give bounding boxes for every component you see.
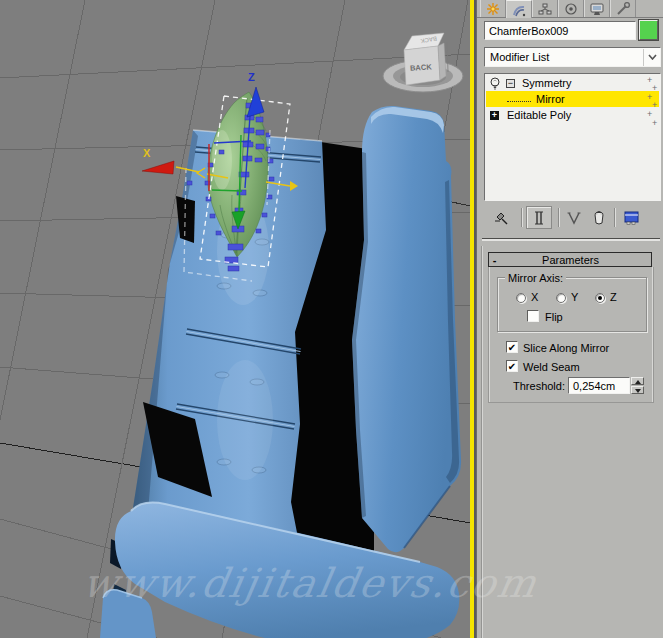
viewport-3d[interactable]: X Z BACK BACK <box>0 0 471 638</box>
slice-along-mirror-label[interactable]: Slice Along Mirror <box>523 342 609 354</box>
mirror-axis-group: Mirror Axis: X Y Z Flip <box>497 277 647 332</box>
hierarchy-icon <box>537 2 553 16</box>
rollout-title: Parameters <box>500 254 651 266</box>
weld-seam-checkbox[interactable]: ✔ <box>506 360 518 372</box>
parameters-rollout-header[interactable]: - Parameters <box>488 252 652 267</box>
pin-stack-button[interactable] <box>489 206 513 229</box>
expand-box-icon[interactable]: + <box>490 111 499 120</box>
pin-stack-icon <box>492 209 510 227</box>
radio-axis-y[interactable] <box>556 293 566 303</box>
stack-tree-line <box>507 101 531 102</box>
flip-checkbox[interactable] <box>527 310 539 322</box>
threshold-label: Threshold: <box>509 380 565 392</box>
tab-motion[interactable] <box>558 0 584 17</box>
utilities-icon <box>615 2 631 16</box>
rollout-collapse-icon[interactable]: - <box>489 254 500 266</box>
rollout-scroll-track[interactable] <box>481 246 482 638</box>
weld-seam-label[interactable]: Weld Seam <box>523 361 580 373</box>
make-unique-button[interactable] <box>563 206 585 229</box>
display-icon <box>589 2 605 16</box>
cushion-sheen <box>217 360 273 480</box>
max-window: X Z BACK BACK <box>0 0 663 638</box>
gizmo-z-label: Z <box>248 71 255 83</box>
tab-utilities[interactable] <box>610 0 636 17</box>
tab-create[interactable] <box>480 0 506 17</box>
collapse-box-icon[interactable]: − <box>506 79 515 88</box>
configure-modifier-sets-button[interactable] <box>620 206 644 229</box>
command-panel-tabs <box>477 0 663 18</box>
gizmo-x-label: X <box>143 147 151 159</box>
stack-item-label[interactable]: Symmetry <box>519 77 572 89</box>
lightbulb-icon[interactable] <box>489 77 501 90</box>
modifier-list-dropdown[interactable]: Modifier List <box>484 47 661 67</box>
tab-display[interactable] <box>584 0 610 17</box>
stack-grip-mark: + <box>652 101 657 110</box>
toolbar-separator <box>614 208 615 227</box>
radio-axis-x-label[interactable]: X <box>531 291 538 303</box>
create-icon <box>485 2 501 16</box>
stack-item-mirror[interactable]: Mirror <box>486 91 659 107</box>
toolbar-separator <box>521 208 522 227</box>
mirror-axis-label: Mirror Axis: <box>505 272 566 284</box>
tab-modify[interactable] <box>506 0 532 18</box>
viewcube-back-label[interactable]: BACK <box>410 62 433 73</box>
radio-axis-x[interactable] <box>516 293 526 303</box>
configure-modifier-sets-icon <box>623 209 641 227</box>
parameters-rollout-body: Mirror Axis: X Y Z Flip ✔ Slice Along Mi… <box>488 267 654 403</box>
sofa-back-slab <box>352 106 461 552</box>
command-panel: Modifier List − Symmetry Mirror + <box>476 0 663 638</box>
stack-grip-mark: + <box>652 84 657 93</box>
radio-axis-z-label[interactable]: Z <box>610 291 617 303</box>
toolbar-separator <box>558 208 559 227</box>
chevron-down-icon[interactable] <box>643 49 660 66</box>
make-unique-icon <box>565 209 583 227</box>
flip-label[interactable]: Flip <box>545 311 563 323</box>
radio-axis-z[interactable] <box>595 293 605 303</box>
modifier-stack[interactable]: − Symmetry Mirror + Editable Poly + + + … <box>484 73 661 201</box>
stack-item-editable-poly[interactable]: + Editable Poly <box>486 107 659 123</box>
spinner-up-icon[interactable] <box>631 377 644 385</box>
gizmo-edge-green[interactable] <box>212 190 242 191</box>
spinner-down-icon[interactable] <box>631 386 644 394</box>
modify-icon <box>511 3 527 17</box>
object-name-field[interactable] <box>484 21 636 40</box>
tab-hierarchy[interactable] <box>532 0 558 17</box>
threshold-spinner <box>631 377 644 394</box>
remove-modifier-icon <box>590 209 608 227</box>
stack-item-label[interactable]: Mirror <box>533 93 565 105</box>
remove-modifier-button[interactable] <box>588 206 610 229</box>
stack-item-label[interactable]: Editable Poly <box>504 109 571 121</box>
stack-grip-mark: + <box>652 119 657 128</box>
slice-along-mirror-checkbox[interactable]: ✔ <box>506 341 518 353</box>
threshold-field[interactable]: 0,254cm <box>568 377 630 394</box>
modifier-list-value: Modifier List <box>485 51 643 63</box>
stack-item-symmetry[interactable]: − Symmetry <box>486 75 659 91</box>
show-end-result-icon <box>530 209 548 227</box>
panel-divider <box>482 238 660 241</box>
object-color-swatch[interactable] <box>639 20 658 40</box>
motion-icon <box>563 2 579 16</box>
show-end-result-button[interactable] <box>526 206 552 229</box>
radio-axis-y-label[interactable]: Y <box>571 291 578 303</box>
